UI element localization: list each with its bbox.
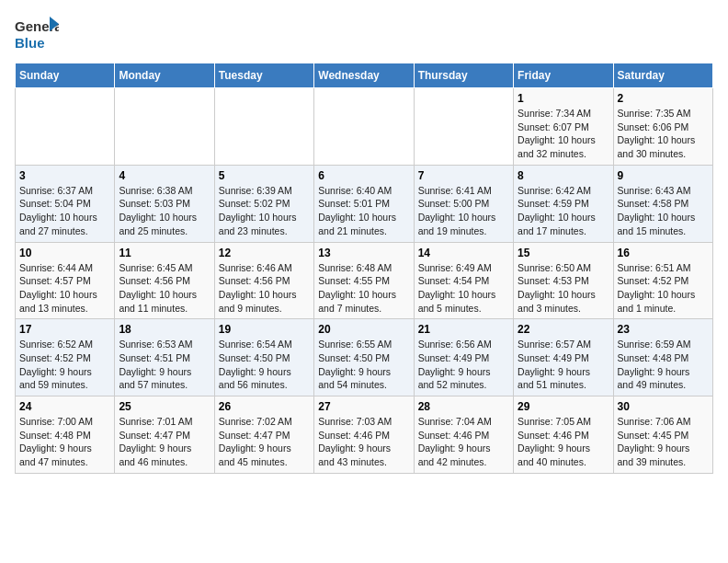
day-info: Sunrise: 6:59 AM Sunset: 4:48 PM Dayligh… — [618, 338, 709, 392]
calendar-body: 1Sunrise: 7:34 AM Sunset: 6:07 PM Daylig… — [16, 88, 713, 474]
day-number: 6 — [318, 169, 409, 182]
calendar-cell: 2Sunrise: 7:35 AM Sunset: 6:06 PM Daylig… — [613, 88, 712, 166]
calendar-cell — [214, 88, 313, 166]
day-info: Sunrise: 6:42 AM Sunset: 4:59 PM Dayligh… — [518, 184, 609, 238]
day-number: 17 — [19, 323, 110, 336]
weekday-header: Saturday — [613, 63, 712, 88]
calendar-cell: 10Sunrise: 6:44 AM Sunset: 4:57 PM Dayli… — [16, 242, 115, 319]
weekday-header: Wednesday — [314, 63, 414, 88]
calendar-cell: 22Sunrise: 6:57 AM Sunset: 4:49 PM Dayli… — [514, 319, 613, 396]
day-number: 21 — [418, 323, 509, 336]
calendar-cell — [115, 88, 214, 166]
weekday-header: Monday — [115, 63, 214, 88]
day-info: Sunrise: 6:54 AM Sunset: 4:50 PM Dayligh… — [219, 338, 310, 392]
day-number: 10 — [19, 247, 110, 259]
calendar-week-row: 1Sunrise: 7:34 AM Sunset: 6:07 PM Daylig… — [16, 88, 713, 166]
logo-svg: General Blue — [15, 15, 59, 53]
weekday-header: Sunday — [16, 63, 115, 88]
day-number: 16 — [618, 247, 709, 259]
calendar-cell: 5Sunrise: 6:39 AM Sunset: 5:02 PM Daylig… — [214, 165, 313, 242]
calendar-cell: 3Sunrise: 6:37 AM Sunset: 5:04 PM Daylig… — [16, 165, 115, 242]
day-info: Sunrise: 7:02 AM Sunset: 4:47 PM Dayligh… — [219, 415, 310, 469]
day-info: Sunrise: 7:00 AM Sunset: 4:48 PM Dayligh… — [19, 415, 110, 469]
calendar-cell: 14Sunrise: 6:49 AM Sunset: 4:54 PM Dayli… — [414, 242, 513, 319]
calendar-cell: 1Sunrise: 7:34 AM Sunset: 6:07 PM Daylig… — [514, 88, 613, 166]
calendar-cell: 9Sunrise: 6:43 AM Sunset: 4:58 PM Daylig… — [613, 165, 712, 242]
day-number: 1 — [518, 92, 609, 105]
day-number: 12 — [219, 247, 310, 259]
calendar-cell — [414, 88, 513, 166]
day-info: Sunrise: 7:06 AM Sunset: 4:45 PM Dayligh… — [618, 415, 709, 469]
calendar-week-row: 3Sunrise: 6:37 AM Sunset: 5:04 PM Daylig… — [16, 165, 713, 242]
day-number: 26 — [219, 400, 310, 413]
day-info: Sunrise: 7:35 AM Sunset: 6:06 PM Dayligh… — [618, 107, 709, 161]
day-number: 30 — [618, 400, 709, 413]
day-number: 5 — [219, 169, 310, 182]
day-info: Sunrise: 6:52 AM Sunset: 4:52 PM Dayligh… — [19, 338, 110, 392]
day-number: 15 — [518, 247, 609, 259]
day-number: 20 — [318, 323, 409, 336]
day-info: Sunrise: 6:46 AM Sunset: 4:56 PM Dayligh… — [219, 261, 310, 316]
calendar-cell: 15Sunrise: 6:50 AM Sunset: 4:53 PM Dayli… — [514, 242, 613, 319]
day-info: Sunrise: 6:51 AM Sunset: 4:52 PM Dayligh… — [618, 261, 709, 316]
day-number: 23 — [618, 323, 709, 336]
day-info: Sunrise: 6:50 AM Sunset: 4:53 PM Dayligh… — [518, 261, 609, 316]
calendar-cell: 11Sunrise: 6:45 AM Sunset: 4:56 PM Dayli… — [115, 242, 214, 319]
calendar-cell: 7Sunrise: 6:41 AM Sunset: 5:00 PM Daylig… — [414, 165, 513, 242]
calendar-week-row: 24Sunrise: 7:00 AM Sunset: 4:48 PM Dayli… — [16, 396, 713, 474]
logo: General Blue — [15, 15, 59, 53]
day-info: Sunrise: 6:37 AM Sunset: 5:04 PM Dayligh… — [19, 184, 110, 238]
day-info: Sunrise: 6:44 AM Sunset: 4:57 PM Dayligh… — [19, 261, 110, 316]
day-info: Sunrise: 6:49 AM Sunset: 4:54 PM Dayligh… — [418, 261, 509, 316]
calendar-cell: 20Sunrise: 6:55 AM Sunset: 4:50 PM Dayli… — [314, 319, 414, 396]
calendar-cell: 19Sunrise: 6:54 AM Sunset: 4:50 PM Dayli… — [214, 319, 313, 396]
calendar-cell: 21Sunrise: 6:56 AM Sunset: 4:49 PM Dayli… — [414, 319, 513, 396]
day-number: 24 — [19, 400, 110, 413]
calendar-cell: 24Sunrise: 7:00 AM Sunset: 4:48 PM Dayli… — [16, 396, 115, 474]
day-number: 28 — [418, 400, 509, 413]
calendar-cell: 16Sunrise: 6:51 AM Sunset: 4:52 PM Dayli… — [613, 242, 712, 319]
calendar-cell: 27Sunrise: 7:03 AM Sunset: 4:46 PM Dayli… — [314, 396, 414, 474]
page-header: General Blue — [15, 15, 713, 53]
calendar-header: SundayMondayTuesdayWednesdayThursdayFrid… — [16, 63, 713, 88]
calendar-cell: 12Sunrise: 6:46 AM Sunset: 4:56 PM Dayli… — [214, 242, 313, 319]
day-info: Sunrise: 6:40 AM Sunset: 5:01 PM Dayligh… — [318, 184, 409, 238]
calendar-cell: 29Sunrise: 7:05 AM Sunset: 4:46 PM Dayli… — [514, 396, 613, 474]
weekday-header: Friday — [514, 63, 613, 88]
day-number: 13 — [318, 247, 409, 259]
calendar-cell — [16, 88, 115, 166]
calendar-cell: 25Sunrise: 7:01 AM Sunset: 4:47 PM Dayli… — [115, 396, 214, 474]
day-number: 4 — [119, 169, 210, 182]
calendar-cell: 23Sunrise: 6:59 AM Sunset: 4:48 PM Dayli… — [613, 319, 712, 396]
day-number: 22 — [518, 323, 609, 336]
day-number: 27 — [318, 400, 409, 413]
day-number: 11 — [119, 247, 210, 259]
day-number: 14 — [418, 247, 509, 259]
day-number: 8 — [518, 169, 609, 182]
calendar-week-row: 10Sunrise: 6:44 AM Sunset: 4:57 PM Dayli… — [16, 242, 713, 319]
day-info: Sunrise: 6:38 AM Sunset: 5:03 PM Dayligh… — [119, 184, 210, 238]
calendar-cell: 26Sunrise: 7:02 AM Sunset: 4:47 PM Dayli… — [214, 396, 313, 474]
day-number: 19 — [219, 323, 310, 336]
calendar-cell: 4Sunrise: 6:38 AM Sunset: 5:03 PM Daylig… — [115, 165, 214, 242]
calendar-cell: 13Sunrise: 6:48 AM Sunset: 4:55 PM Dayli… — [314, 242, 414, 319]
day-number: 29 — [518, 400, 609, 413]
day-info: Sunrise: 6:43 AM Sunset: 4:58 PM Dayligh… — [618, 184, 709, 238]
day-number: 25 — [119, 400, 210, 413]
day-info: Sunrise: 6:57 AM Sunset: 4:49 PM Dayligh… — [518, 338, 609, 392]
day-number: 3 — [19, 169, 110, 182]
day-info: Sunrise: 7:05 AM Sunset: 4:46 PM Dayligh… — [518, 415, 609, 469]
calendar-week-row: 17Sunrise: 6:52 AM Sunset: 4:52 PM Dayli… — [16, 319, 713, 396]
day-info: Sunrise: 6:48 AM Sunset: 4:55 PM Dayligh… — [318, 261, 409, 316]
calendar-cell — [314, 88, 414, 166]
calendar-cell: 6Sunrise: 6:40 AM Sunset: 5:01 PM Daylig… — [314, 165, 414, 242]
day-info: Sunrise: 6:56 AM Sunset: 4:49 PM Dayligh… — [418, 338, 509, 392]
day-number: 18 — [119, 323, 210, 336]
day-info: Sunrise: 6:41 AM Sunset: 5:00 PM Dayligh… — [418, 184, 509, 238]
day-number: 7 — [418, 169, 509, 182]
calendar-cell: 28Sunrise: 7:04 AM Sunset: 4:46 PM Dayli… — [414, 396, 513, 474]
svg-text:Blue: Blue — [15, 35, 45, 51]
day-number: 2 — [618, 92, 709, 105]
calendar-cell: 17Sunrise: 6:52 AM Sunset: 4:52 PM Dayli… — [16, 319, 115, 396]
day-info: Sunrise: 6:39 AM Sunset: 5:02 PM Dayligh… — [219, 184, 310, 238]
